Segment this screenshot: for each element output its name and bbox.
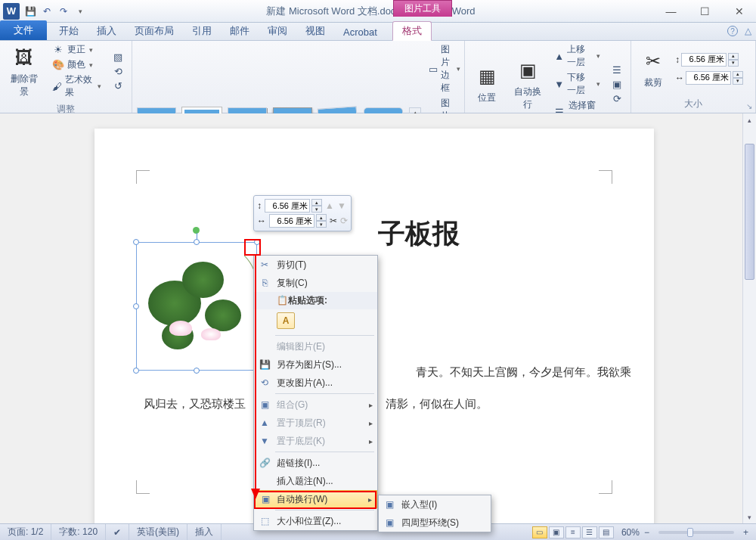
width-icon: ↔ xyxy=(257,216,266,226)
view-full-screen[interactable]: ▣ xyxy=(549,526,564,538)
remove-background-button[interactable]: 🖼 删除背景 xyxy=(5,43,45,100)
status-page[interactable]: 页面: 1/2 xyxy=(0,524,51,540)
artistic-effects-button[interactable]: 🖌艺术效果▾ xyxy=(49,73,104,100)
ctx-insert-caption[interactable]: 插入题注(N)... xyxy=(254,472,377,490)
mini-toolbar: ↕ ▴▾ ▲ ▼ ↔ ▴▾ ✂ ⟳ xyxy=(253,195,352,231)
ctx-copy[interactable]: ⎘复制(C) xyxy=(254,274,377,292)
collapse-ribbon-icon[interactable]: △ xyxy=(745,26,751,36)
tab-acrobat[interactable]: Acrobat xyxy=(334,24,386,40)
group-picture-styles: ▴ ▾ ≡ ▭图片边框▾ ◧图片效果▾ ▤图片版式▾ 图片样式↘ xyxy=(132,41,465,113)
compress-icon: ▧ xyxy=(112,51,124,63)
status-insert-mode[interactable]: 插入 xyxy=(187,524,222,540)
change-picture-button[interactable]: ⟲ xyxy=(109,64,127,78)
view-web-layout[interactable]: ≡ xyxy=(565,526,581,538)
height-field[interactable] xyxy=(681,53,727,67)
redo-icon[interactable]: ↷ xyxy=(56,4,71,19)
position-button[interactable]: ▦位置 xyxy=(469,62,504,106)
save-icon: 💾 xyxy=(259,358,271,371)
scrollbar-thumb[interactable] xyxy=(745,144,754,280)
zoom-value[interactable]: 60% xyxy=(621,527,640,538)
zoom-slider-thumb[interactable] xyxy=(687,528,693,537)
close-button[interactable]: ✕ xyxy=(722,1,756,22)
save-icon[interactable]: 💾 xyxy=(23,4,38,19)
scroll-up-icon[interactable]: ▴ xyxy=(743,113,756,126)
crop-icon: ✂ xyxy=(640,48,666,74)
mini-width-input[interactable]: ▴▾ xyxy=(269,214,327,228)
compress-pictures-button[interactable]: ▧ xyxy=(109,50,127,64)
corrections-button[interactable]: ☀更正▾ xyxy=(49,42,104,57)
bring-forward-button[interactable]: ▲上移一层▾ xyxy=(551,42,603,70)
ctx-cut[interactable]: ✂剪切(T) xyxy=(254,256,377,274)
status-spellcheck[interactable]: ✔ xyxy=(106,524,129,540)
picture-border-button[interactable]: ▭图片边框▾ xyxy=(426,42,463,95)
selected-image[interactable] xyxy=(136,242,257,371)
paste-option-keep-source[interactable]: A xyxy=(277,312,295,329)
spin-up-icon[interactable]: ▴ xyxy=(733,71,743,78)
view-print-layout[interactable]: ▭ xyxy=(532,526,547,538)
status-language[interactable]: 英语(美国) xyxy=(129,524,187,540)
backward-icon[interactable]: ▼ xyxy=(337,200,346,211)
resize-handle[interactable] xyxy=(133,303,139,309)
crop-icon[interactable]: ✂ xyxy=(330,216,337,226)
tab-mailings[interactable]: 邮件 xyxy=(221,22,259,40)
ctx-wrap-text[interactable]: ▣自动换行(W)▸ xyxy=(254,490,377,508)
send-backward-button[interactable]: ▼下移一层▾ xyxy=(551,70,603,98)
width-field[interactable] xyxy=(686,71,731,85)
align-button[interactable]: ☰ xyxy=(608,63,626,76)
reset-picture-button[interactable]: ↺ xyxy=(109,79,127,92)
qat-customize-icon[interactable]: ▾ xyxy=(73,4,88,19)
crop-button[interactable]: ✂裁剪 xyxy=(636,47,671,91)
spin-down-icon[interactable]: ▾ xyxy=(733,78,743,85)
status-word-count[interactable]: 字数: 120 xyxy=(51,524,106,540)
tab-view[interactable]: 视图 xyxy=(296,22,334,40)
minimize-button[interactable]: — xyxy=(654,1,688,22)
spin-down-icon[interactable]: ▾ xyxy=(728,60,739,67)
resize-handle[interactable] xyxy=(194,239,200,245)
document-body-text: 清影，何似在人间。 xyxy=(386,397,488,411)
rotate-icon[interactable]: ⟳ xyxy=(340,216,348,226)
undo-icon[interactable]: ↶ xyxy=(39,4,54,19)
help-icon[interactable]: ? xyxy=(727,26,738,36)
tab-home[interactable]: 开始 xyxy=(50,22,88,40)
view-buttons: ▭ ▣ ≡ ☰ ▤ 60% − + xyxy=(528,526,756,538)
forward-icon[interactable]: ▲ xyxy=(325,200,334,211)
color-button[interactable]: 🎨颜色▾ xyxy=(49,57,104,72)
wrap-square[interactable]: ▣四周型环绕(S) xyxy=(379,514,491,532)
tab-insert[interactable]: 插入 xyxy=(88,22,125,40)
wrap-icon: ▣ xyxy=(515,57,541,83)
zoom-in-button[interactable]: + xyxy=(740,527,751,538)
resize-handle[interactable] xyxy=(194,368,200,374)
resize-handle[interactable] xyxy=(133,239,139,245)
maximize-button[interactable]: ☐ xyxy=(688,1,722,22)
rotate-button[interactable]: ⟳ xyxy=(608,92,626,105)
view-outline[interactable]: ☰ xyxy=(582,526,597,538)
ctx-save-as-picture[interactable]: 💾另存为图片(S)... xyxy=(254,355,377,374)
change-pic-icon: ⟲ xyxy=(259,377,271,389)
ctx-change-picture[interactable]: ⟲更改图片(A)... xyxy=(254,374,377,392)
tab-page-layout[interactable]: 页面布局 xyxy=(125,22,183,40)
resize-handle[interactable] xyxy=(254,239,260,245)
scroll-down-icon[interactable]: ▾ xyxy=(743,511,756,523)
vertical-scrollbar[interactable]: ▴ ▾ xyxy=(742,113,756,523)
group-button[interactable]: ▣ xyxy=(608,77,626,91)
file-tab[interactable]: 文件 xyxy=(0,20,47,40)
ctx-size-position[interactable]: ⬚大小和位置(Z)... xyxy=(254,512,377,530)
tab-review[interactable]: 审阅 xyxy=(259,22,296,40)
ribbon-tabs: 文件 开始 插入 页面布局 引用 邮件 审阅 视图 Acrobat 格式 ? △ xyxy=(0,23,756,41)
tab-references[interactable]: 引用 xyxy=(183,22,221,40)
zoom-slider[interactable] xyxy=(658,531,734,534)
view-draft[interactable]: ▤ xyxy=(599,526,614,538)
remove-bg-icon: 🖼 xyxy=(11,45,37,70)
wrap-text-button[interactable]: ▣自动换行 xyxy=(509,56,547,113)
ctx-hyperlink[interactable]: 🔗超链接(I)... xyxy=(254,454,377,472)
spin-up-icon[interactable]: ▴ xyxy=(728,53,739,60)
width-input[interactable]: ↔ ▴▾ xyxy=(675,71,743,85)
tab-picture-format[interactable]: 格式 xyxy=(392,21,432,41)
wrap-inline[interactable]: ▣嵌入型(I) xyxy=(379,495,491,514)
height-input[interactable]: ↕ ▴▾ xyxy=(675,53,743,67)
resize-handle[interactable] xyxy=(133,368,139,374)
zoom-out-button[interactable]: − xyxy=(641,527,652,538)
brightness-icon: ☀ xyxy=(52,44,64,56)
dialog-launcher-icon[interactable]: ↘ xyxy=(746,102,752,110)
mini-height-input[interactable]: ▴▾ xyxy=(265,199,322,213)
